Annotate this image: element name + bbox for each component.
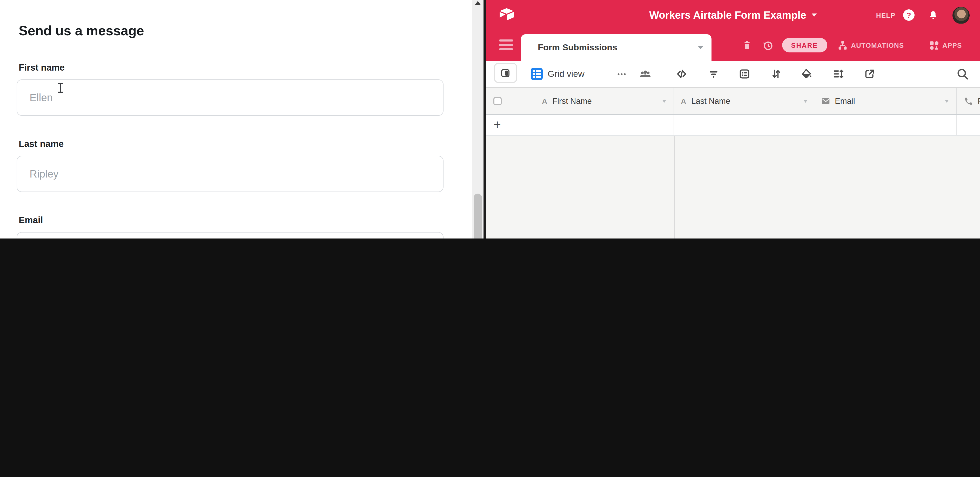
- airtable-topbar: Workers Airtable Form Example HELP ?: [486, 0, 980, 30]
- table-tab-caret-icon: [698, 46, 703, 49]
- base-title-menu[interactable]: Workers Airtable Form Example: [649, 0, 817, 30]
- automations-label: AUTOMATIONS: [851, 41, 904, 49]
- color-icon[interactable]: [800, 61, 812, 87]
- group-icon[interactable]: [738, 61, 750, 87]
- base-title: Workers Airtable Form Example: [649, 9, 806, 21]
- notifications-bell-icon[interactable]: [928, 10, 939, 21]
- scrollbar-up-arrow-icon[interactable]: [475, 1, 481, 5]
- column-header-first-name[interactable]: A First Name: [486, 88, 674, 114]
- apps-button[interactable]: APPS: [928, 30, 962, 61]
- view-options-ellipsis-icon[interactable]: [616, 61, 627, 87]
- share-view-icon[interactable]: [864, 61, 875, 87]
- trash-icon[interactable]: [741, 30, 752, 61]
- add-row-cell[interactable]: +: [486, 115, 674, 135]
- page-scrollbar-thumb[interactable]: [474, 193, 482, 239]
- automations-button[interactable]: AUTOMATIONS: [837, 30, 904, 61]
- text-cursor-icon: [57, 82, 64, 93]
- text-field-type-icon: A: [542, 97, 547, 105]
- page-scrollbar[interactable]: [472, 0, 484, 239]
- history-icon[interactable]: [762, 30, 773, 61]
- column-header-last-name[interactable]: A Last Name: [674, 88, 815, 114]
- user-avatar[interactable]: [953, 6, 970, 24]
- select-all-checkbox[interactable]: [493, 97, 501, 105]
- email-label: Email: [19, 215, 43, 226]
- view-name: Grid view: [548, 69, 584, 79]
- empty-cell[interactable]: [674, 115, 815, 135]
- panel-toggle-icon: [501, 69, 509, 77]
- grid-empty-area: [486, 136, 980, 239]
- column-name: Email: [835, 97, 855, 106]
- last-name-label: Last name: [19, 139, 64, 149]
- airtable-tabbar: Form Submissions SHARE: [486, 30, 980, 61]
- phone-icon: [964, 97, 973, 106]
- filter-icon[interactable]: [708, 61, 719, 87]
- empty-cell[interactable]: [956, 115, 980, 135]
- window-divider[interactable]: [484, 0, 486, 239]
- add-row-row: +: [486, 115, 980, 136]
- airtable-panel: Workers Airtable Form Example HELP ? For…: [486, 0, 980, 239]
- row-height-icon[interactable]: [832, 61, 844, 87]
- toolbar-divider: [663, 68, 664, 82]
- contact-form-pane: Send us a message First name Last name E…: [0, 0, 472, 239]
- apps-label: APPS: [942, 41, 962, 49]
- envelope-icon: [821, 97, 830, 106]
- sidebar-menu-icon[interactable]: [499, 40, 513, 50]
- email-input[interactable]: [17, 232, 444, 239]
- column-header-phone[interactable]: Phone: [956, 88, 980, 114]
- column-name: First Name: [552, 97, 592, 106]
- column-menu-caret-icon[interactable]: [944, 100, 948, 103]
- first-name-label: First name: [19, 62, 65, 73]
- grid-header-row: A First Name A Last Name Email: [486, 88, 980, 115]
- add-row-button[interactable]: +: [494, 117, 501, 132]
- hide-fields-icon[interactable]: [675, 61, 687, 87]
- empty-cell[interactable]: [815, 115, 956, 135]
- column-menu-caret-icon[interactable]: [803, 100, 807, 103]
- help-question-icon[interactable]: ?: [903, 10, 915, 21]
- help-button[interactable]: HELP: [876, 11, 895, 19]
- last-name-input[interactable]: [17, 156, 444, 192]
- column-menu-caret-icon[interactable]: [662, 100, 666, 103]
- page-title: Send us a message: [19, 23, 444, 39]
- sort-icon[interactable]: [770, 61, 782, 87]
- active-table-name: Form Submissions: [538, 42, 617, 53]
- screen: Send us a message First name Last name E…: [0, 0, 980, 239]
- first-name-input[interactable]: [17, 79, 444, 116]
- view-toolbar: Grid view: [486, 61, 980, 88]
- column-header-email[interactable]: Email: [815, 88, 956, 114]
- search-icon[interactable]: [956, 61, 969, 87]
- collaborators-icon[interactable]: [638, 61, 652, 87]
- text-field-type-icon: A: [681, 97, 686, 105]
- airtable-logo-icon[interactable]: [499, 7, 514, 23]
- tab-form-submissions[interactable]: Form Submissions: [521, 34, 711, 61]
- column-name: Phone: [978, 97, 980, 106]
- share-button[interactable]: SHARE: [782, 38, 827, 52]
- base-title-caret-icon: [811, 14, 817, 17]
- column-name: Last Name: [691, 97, 730, 106]
- view-switcher-button[interactable]: Grid view: [530, 61, 584, 87]
- grid-view-icon: [530, 68, 542, 80]
- frozen-column-divider[interactable]: [674, 136, 675, 239]
- view-sidebar-toggle-button[interactable]: [494, 63, 517, 83]
